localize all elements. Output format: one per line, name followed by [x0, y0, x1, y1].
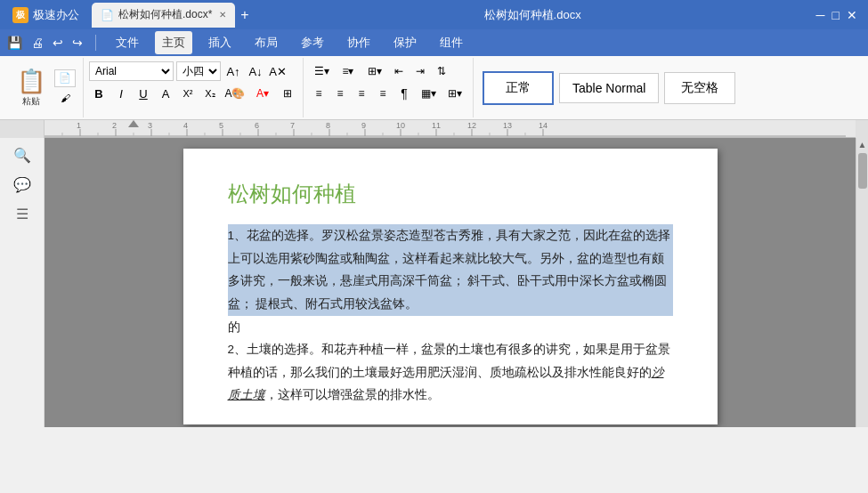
search-icon[interactable]: 🔍 [13, 147, 31, 164]
format-painter-button[interactable]: 🖌 [54, 89, 76, 107]
tab-icon: 📄 [101, 9, 114, 21]
styles-area: 正常 Table Normal 无空格 [474, 58, 864, 117]
menu-components[interactable]: 组件 [433, 31, 470, 54]
svg-text:5: 5 [219, 121, 223, 130]
window-title: 松树如何种植.docx [249, 7, 816, 23]
svg-text:1: 1 [77, 121, 81, 130]
align-right-button[interactable]: ≡ [352, 84, 371, 103]
svg-text:8: 8 [326, 121, 330, 130]
menu-insert[interactable]: 插入 [201, 31, 239, 54]
highlight-button[interactable]: A🎨 [223, 84, 247, 103]
style-normal[interactable]: 正常 [483, 71, 554, 105]
normal-paragraph-1[interactable]: 的 [228, 316, 673, 339]
indent-decrease-button[interactable]: ⇤ [389, 61, 409, 81]
app-logo-icon: 极 [12, 7, 28, 23]
new-tab-button[interactable]: + [240, 7, 248, 23]
svg-text:3: 3 [148, 121, 152, 130]
tab-label: 松树如何种植.docx* [118, 7, 212, 22]
svg-text:10: 10 [396, 121, 405, 130]
selected-paragraph[interactable]: 1、花盆的选择。罗汉松盆景姿态造型苍古秀雅，具有大家之范，因此在盆的选择上可以选… [228, 224, 673, 316]
selected-text: 1、花盆的选择。罗汉松盆景姿态造型苍古秀雅，具有大家之范，因此在盆的选择上可以选… [228, 229, 671, 311]
font-shrink-button[interactable]: A↓ [246, 61, 265, 81]
svg-marker-43 [128, 120, 139, 127]
vertical-scrollbar[interactable]: ▲ [856, 138, 868, 427]
paragraph-2-text: 2、土壤的选择。和花卉种植一样，盆景的土壤也有很多的讲究，如果是用于盆景种植的话… [228, 343, 671, 401]
font-grow-button[interactable]: A↑ [223, 61, 243, 81]
maximize-button[interactable]: □ [832, 8, 840, 22]
menu-layout[interactable]: 布局 [247, 31, 285, 54]
comment-icon[interactable]: 💬 [13, 176, 31, 193]
menu-reference[interactable]: 参考 [294, 31, 331, 54]
font-name-select[interactable]: Arial [89, 61, 174, 81]
menu-collaborate[interactable]: 协作 [340, 31, 377, 54]
document-page: 松树如何种植 1、花盆的选择。罗汉松盆景姿态造型苍古秀雅，具有大家之范，因此在盆… [183, 149, 718, 424]
font-color-button[interactable]: A▾ [250, 84, 275, 103]
list-bullet-button[interactable]: ☰▾ [309, 61, 334, 81]
svg-text:6: 6 [255, 121, 259, 130]
text-de: 的 [228, 320, 240, 334]
app-logo: 极 极速办公 [4, 7, 88, 23]
scrollbar-corner [856, 120, 868, 138]
svg-text:9: 9 [361, 121, 366, 130]
undo-button[interactable]: ↩ [53, 36, 63, 50]
font-size-select[interactable]: 小四 [176, 61, 221, 81]
shading-button[interactable]: ▦▾ [416, 84, 441, 103]
format-more-button[interactable]: ⊞ [278, 84, 297, 103]
svg-text:11: 11 [432, 121, 441, 130]
left-sidebar: 🔍 💬 ☰ [0, 138, 45, 427]
italic-button[interactable]: I [111, 84, 131, 103]
svg-text:13: 13 [503, 121, 512, 130]
underline-text: 沙质土壤 [228, 366, 664, 402]
subscript-button[interactable]: X₂ [200, 84, 220, 103]
app-name: 极速办公 [33, 7, 79, 23]
superscript-button[interactable]: X² [178, 84, 198, 103]
list-number-button[interactable]: ≡▾ [336, 61, 361, 81]
paragraph-group: ☰▾ ≡▾ ⊞▾ ⇤ ⇥ ⇅ ≡ ≡ ≡ ≡ ¶ ▦▾ ⊞▾ [304, 58, 474, 117]
justify-button[interactable]: ≡ [373, 84, 393, 103]
style-table-normal[interactable]: Table Normal [559, 73, 659, 103]
paste-button[interactable]: 📋 粘贴 [11, 63, 52, 112]
strikethrough-button[interactable]: A [156, 84, 175, 103]
ruler-left-corner [0, 120, 45, 138]
sort-button[interactable]: ⇅ [432, 61, 451, 81]
list-outline-button[interactable]: ⊞▾ [362, 61, 387, 81]
svg-text:7: 7 [290, 121, 295, 130]
normal-paragraph-2[interactable]: 2、土壤的选择。和花卉种植一样，盆景的土壤也有很多的讲究，如果是用于盆景种植的话… [228, 338, 673, 407]
redo-button[interactable]: ↪ [72, 36, 83, 50]
pilcrow-button[interactable]: ¶ [394, 84, 414, 103]
ruler-top: 1 2 3 4 5 6 7 8 9 10 11 [45, 120, 856, 138]
save-button[interactable]: 💾 [7, 36, 22, 50]
clear-format-button[interactable]: A✕ [268, 61, 288, 81]
align-center-button[interactable]: ≡ [330, 84, 350, 103]
menu-file[interactable]: 文件 [109, 31, 146, 54]
svg-text:14: 14 [539, 121, 548, 130]
scroll-up-arrow[interactable]: ▲ [858, 140, 867, 150]
font-group: Arial 小四 A↑ A↓ A✕ B I U A X² X₂ A🎨 A▾ ⊞ [84, 58, 304, 117]
close-button[interactable]: ✕ [847, 8, 857, 22]
active-tab[interactable]: 📄 松树如何种植.docx* ✕ [92, 3, 235, 28]
tab-close-icon[interactable]: ✕ [219, 10, 226, 20]
print-button[interactable]: 🖨 [31, 36, 44, 50]
underline-button[interactable]: U [134, 84, 153, 103]
scroll-thumb[interactable] [858, 153, 867, 189]
minimize-button[interactable]: ─ [816, 8, 825, 22]
style-no-space[interactable]: 无空格 [664, 72, 735, 104]
bold-button[interactable]: B [89, 84, 109, 103]
paste-group: 📋 粘贴 📄 🖌 [4, 58, 84, 117]
indent-increase-button[interactable]: ⇥ [410, 61, 430, 81]
border-button[interactable]: ⊞▾ [442, 84, 467, 103]
align-left-button[interactable]: ≡ [309, 84, 329, 103]
svg-text:12: 12 [467, 121, 476, 130]
menu-protect[interactable]: 保护 [386, 31, 424, 54]
outline-icon[interactable]: ☰ [16, 206, 28, 222]
paste-format-button[interactable]: 📄 [54, 69, 76, 87]
svg-text:2: 2 [112, 121, 117, 130]
svg-text:4: 4 [183, 121, 188, 130]
document-title: 松树如何种植 [228, 180, 673, 208]
menu-home[interactable]: 主页 [155, 31, 192, 54]
document-area: 松树如何种植 1、花盆的选择。罗汉松盆景姿态造型苍古秀雅，具有大家之范，因此在盆… [45, 138, 856, 427]
